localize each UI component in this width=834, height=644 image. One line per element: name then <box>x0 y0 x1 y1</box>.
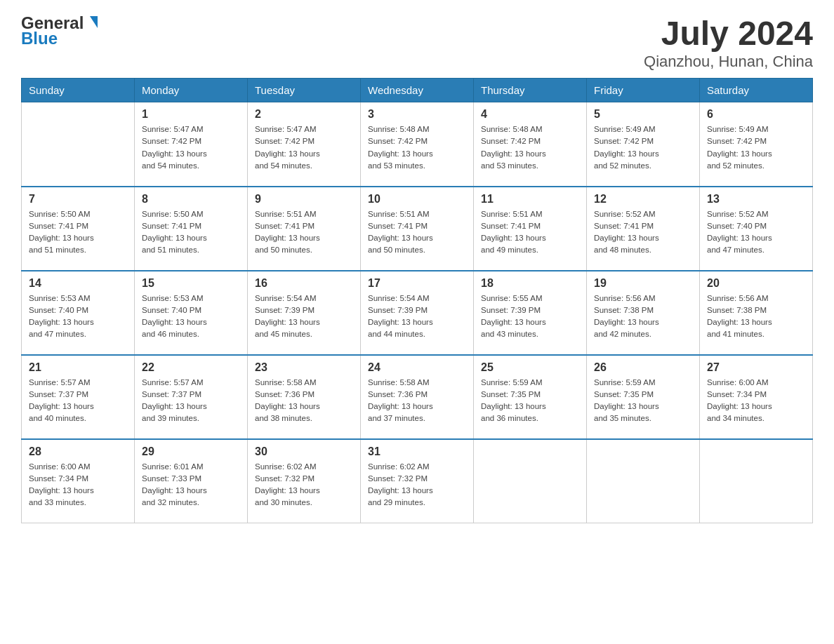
table-row: 31 Sunrise: 6:02 AMSunset: 7:32 PMDaylig… <box>361 439 474 523</box>
table-row: 22 Sunrise: 5:57 AMSunset: 7:37 PMDaylig… <box>135 355 248 439</box>
day-info: Sunrise: 5:48 AMSunset: 7:42 PMDaylight:… <box>481 125 546 170</box>
day-info: Sunrise: 6:02 AMSunset: 7:32 PMDaylight:… <box>368 462 433 507</box>
location-subtitle: Qianzhou, Hunan, China <box>644 53 813 71</box>
day-info: Sunrise: 5:55 AMSunset: 7:39 PMDaylight:… <box>481 294 546 339</box>
table-row: 20 Sunrise: 5:56 AMSunset: 7:38 PMDaylig… <box>700 271 813 355</box>
calendar-week-row: 28 Sunrise: 6:00 AMSunset: 7:34 PMDaylig… <box>22 439 813 523</box>
calendar-week-row: 1 Sunrise: 5:47 AMSunset: 7:42 PMDayligh… <box>22 102 813 187</box>
day-info: Sunrise: 5:48 AMSunset: 7:42 PMDaylight:… <box>368 125 433 170</box>
table-row: 19 Sunrise: 5:56 AMSunset: 7:38 PMDaylig… <box>587 271 700 355</box>
day-info: Sunrise: 5:59 AMSunset: 7:35 PMDaylight:… <box>481 378 546 423</box>
day-number: 28 <box>29 445 127 458</box>
day-number: 29 <box>142 445 240 458</box>
table-row: 6 Sunrise: 5:49 AMSunset: 7:42 PMDayligh… <box>700 102 813 187</box>
title-block: July 2024 Qianzhou, Hunan, China <box>644 14 813 71</box>
day-info: Sunrise: 5:52 AMSunset: 7:41 PMDaylight:… <box>594 210 659 255</box>
day-number: 24 <box>368 361 466 374</box>
day-number: 17 <box>368 277 466 290</box>
day-number: 31 <box>368 445 466 458</box>
day-info: Sunrise: 6:00 AMSunset: 7:34 PMDaylight:… <box>707 378 772 423</box>
day-number: 21 <box>29 361 127 374</box>
day-info: Sunrise: 5:50 AMSunset: 7:41 PMDaylight:… <box>142 210 207 255</box>
day-number: 15 <box>142 277 240 290</box>
table-row: 5 Sunrise: 5:49 AMSunset: 7:42 PMDayligh… <box>587 102 700 187</box>
table-row: 27 Sunrise: 6:00 AMSunset: 7:34 PMDaylig… <box>700 355 813 439</box>
table-row: 23 Sunrise: 5:58 AMSunset: 7:36 PMDaylig… <box>248 355 361 439</box>
logo-triangle-icon <box>90 16 98 28</box>
day-number: 14 <box>29 277 127 290</box>
day-number: 22 <box>142 361 240 374</box>
table-row: 11 Sunrise: 5:51 AMSunset: 7:41 PMDaylig… <box>474 187 587 271</box>
header-row: Sunday Monday Tuesday Wednesday Thursday… <box>22 79 813 102</box>
table-row: 8 Sunrise: 5:50 AMSunset: 7:41 PMDayligh… <box>135 187 248 271</box>
day-number: 12 <box>594 193 692 206</box>
table-row: 3 Sunrise: 5:48 AMSunset: 7:42 PMDayligh… <box>361 102 474 187</box>
day-number: 3 <box>368 108 466 121</box>
col-tuesday: Tuesday <box>248 79 361 102</box>
day-number: 2 <box>255 108 353 121</box>
table-row: 30 Sunrise: 6:02 AMSunset: 7:32 PMDaylig… <box>248 439 361 523</box>
day-number: 10 <box>368 193 466 206</box>
calendar-week-row: 21 Sunrise: 5:57 AMSunset: 7:37 PMDaylig… <box>22 355 813 439</box>
day-number: 7 <box>29 193 127 206</box>
day-number: 9 <box>255 193 353 206</box>
table-row: 12 Sunrise: 5:52 AMSunset: 7:41 PMDaylig… <box>587 187 700 271</box>
col-sunday: Sunday <box>22 79 135 102</box>
calendar-title: July 2024 <box>644 14 813 53</box>
table-row: 21 Sunrise: 5:57 AMSunset: 7:37 PMDaylig… <box>22 355 135 439</box>
day-number: 18 <box>481 277 579 290</box>
table-row: 29 Sunrise: 6:01 AMSunset: 7:33 PMDaylig… <box>135 439 248 523</box>
table-row: 16 Sunrise: 5:54 AMSunset: 7:39 PMDaylig… <box>248 271 361 355</box>
day-info: Sunrise: 5:49 AMSunset: 7:42 PMDaylight:… <box>707 125 772 170</box>
col-wednesday: Wednesday <box>361 79 474 102</box>
day-info: Sunrise: 6:01 AMSunset: 7:33 PMDaylight:… <box>142 462 207 507</box>
day-number: 27 <box>707 361 805 374</box>
day-info: Sunrise: 5:49 AMSunset: 7:42 PMDaylight:… <box>594 125 659 170</box>
day-number: 1 <box>142 108 240 121</box>
col-saturday: Saturday <box>700 79 813 102</box>
day-info: Sunrise: 5:51 AMSunset: 7:41 PMDaylight:… <box>255 210 320 255</box>
day-number: 4 <box>481 108 579 121</box>
table-row: 25 Sunrise: 5:59 AMSunset: 7:35 PMDaylig… <box>474 355 587 439</box>
day-info: Sunrise: 5:54 AMSunset: 7:39 PMDaylight:… <box>255 294 320 339</box>
day-number: 26 <box>594 361 692 374</box>
table-row: 9 Sunrise: 5:51 AMSunset: 7:41 PMDayligh… <box>248 187 361 271</box>
day-info: Sunrise: 5:57 AMSunset: 7:37 PMDaylight:… <box>142 378 207 423</box>
col-friday: Friday <box>587 79 700 102</box>
day-number: 23 <box>255 361 353 374</box>
day-number: 25 <box>481 361 579 374</box>
table-row: 24 Sunrise: 5:58 AMSunset: 7:36 PMDaylig… <box>361 355 474 439</box>
day-info: Sunrise: 5:56 AMSunset: 7:38 PMDaylight:… <box>707 294 772 339</box>
day-info: Sunrise: 5:57 AMSunset: 7:37 PMDaylight:… <box>29 378 94 423</box>
logo-blue-text: Blue <box>21 29 58 48</box>
day-info: Sunrise: 5:50 AMSunset: 7:41 PMDaylight:… <box>29 210 94 255</box>
table-row <box>22 102 135 187</box>
day-info: Sunrise: 5:53 AMSunset: 7:40 PMDaylight:… <box>142 294 207 339</box>
table-row <box>474 439 587 523</box>
day-info: Sunrise: 5:51 AMSunset: 7:41 PMDaylight:… <box>368 210 433 255</box>
day-info: Sunrise: 5:58 AMSunset: 7:36 PMDaylight:… <box>368 378 433 423</box>
calendar-week-row: 7 Sunrise: 5:50 AMSunset: 7:41 PMDayligh… <box>22 187 813 271</box>
day-info: Sunrise: 5:52 AMSunset: 7:40 PMDaylight:… <box>707 210 772 255</box>
day-number: 13 <box>707 193 805 206</box>
logo: General Blue <box>21 14 98 48</box>
table-row <box>700 439 813 523</box>
table-row: 26 Sunrise: 5:59 AMSunset: 7:35 PMDaylig… <box>587 355 700 439</box>
table-row: 17 Sunrise: 5:54 AMSunset: 7:39 PMDaylig… <box>361 271 474 355</box>
table-row: 1 Sunrise: 5:47 AMSunset: 7:42 PMDayligh… <box>135 102 248 187</box>
day-number: 30 <box>255 445 353 458</box>
day-info: Sunrise: 5:51 AMSunset: 7:41 PMDaylight:… <box>481 210 546 255</box>
table-row: 18 Sunrise: 5:55 AMSunset: 7:39 PMDaylig… <box>474 271 587 355</box>
day-info: Sunrise: 5:53 AMSunset: 7:40 PMDaylight:… <box>29 294 94 339</box>
table-row: 4 Sunrise: 5:48 AMSunset: 7:42 PMDayligh… <box>474 102 587 187</box>
col-thursday: Thursday <box>474 79 587 102</box>
day-number: 8 <box>142 193 240 206</box>
table-row: 2 Sunrise: 5:47 AMSunset: 7:42 PMDayligh… <box>248 102 361 187</box>
day-info: Sunrise: 5:47 AMSunset: 7:42 PMDaylight:… <box>142 125 207 170</box>
day-info: Sunrise: 5:58 AMSunset: 7:36 PMDaylight:… <box>255 378 320 423</box>
day-info: Sunrise: 6:02 AMSunset: 7:32 PMDaylight:… <box>255 462 320 507</box>
table-row <box>587 439 700 523</box>
table-row: 15 Sunrise: 5:53 AMSunset: 7:40 PMDaylig… <box>135 271 248 355</box>
page-header: General Blue July 2024 Qianzhou, Hunan, … <box>21 14 813 71</box>
day-number: 19 <box>594 277 692 290</box>
